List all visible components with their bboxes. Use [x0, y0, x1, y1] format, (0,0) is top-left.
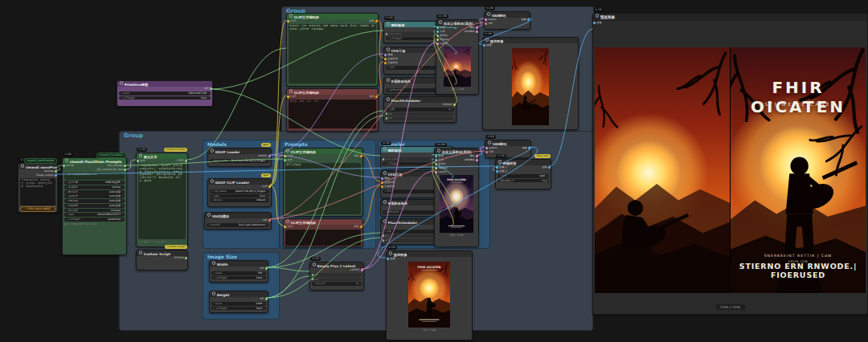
widget-0[interactable]: gguf_nameflux2-klein-8b-Q8_0_M.gguf — [210, 159, 269, 163]
input-slot-0[interactable]: CLIP — [288, 95, 296, 99]
collapse-icon[interactable] — [487, 12, 491, 16]
input-slot-0[interactable]: 图像 — [387, 257, 395, 261]
node-vaeDecodeMain[interactable]: 0.6秒VAE解码Latent图像VAE — [485, 140, 531, 158]
widget-0[interactable]: 步数4 — [386, 108, 454, 112]
output-slot-1[interactable]: full_content_for_2nd — [96, 168, 125, 172]
collapse-icon[interactable] — [139, 153, 143, 157]
output-slot-0[interactable]: INT — [260, 267, 267, 271]
output-slot-0[interactable]: 字符串 — [176, 159, 186, 163]
node-emptyLatent[interactable]: 0.1秒Empty Flux 2 LatentLATENT宽度高度批次大小1 — [309, 262, 364, 291]
output-slot-1[interactable]: image_output — [36, 173, 56, 177]
output-slot-1[interactable]: 降噪输出 — [465, 30, 477, 34]
node-nano[interactable]: 0.3秒cleandi_nanoPromptscleandi nanoPromp… — [18, 163, 58, 213]
widget-0[interactable]: 宽度 — [312, 273, 362, 277]
widget-1[interactable]: typeflux2 — [210, 194, 269, 198]
node-previewTop[interactable]: 0.1秒预览图像图像 — [482, 37, 579, 130]
collapse-icon[interactable] — [596, 14, 600, 18]
output-slot-0[interactable]: 条件 — [354, 225, 362, 229]
widget-3[interactable]: 画面比例Auto/自动 — [64, 194, 125, 198]
collapse-icon[interactable] — [65, 158, 69, 162]
input-slot-1[interactable]: 图像_2 — [497, 169, 507, 173]
node-textarea[interactable]: 夕阳吉他手海报：橙红色天空，巨大落日，枯树与山峦剪影，电影级光影质感 — [20, 178, 55, 206]
input-slot-0[interactable]: 文本 — [137, 159, 145, 163]
collapse-icon[interactable] — [383, 147, 387, 151]
widget-0[interactable]: value708420563398 — [119, 92, 211, 96]
node-previewBottom[interactable]: 0.1秒预览图像图像 FHIR OICATEN 768 x 1408 — [386, 250, 473, 340]
input-slot-1[interactable]: 文本 — [285, 158, 293, 162]
node-clipNegTop[interactable]: CLIP文本编码器CLIP条件低质量，模糊，变形，水印 — [286, 88, 379, 132]
widget-0[interactable]: clip_nameQwen3-4B-Q8_0_M.gguf — [210, 189, 269, 193]
output-slot-0[interactable]: 图像 — [521, 18, 529, 22]
node-textarea[interactable]: 海报设计，夕阳，吉他手剪影，枯树，暖色调，电影感，高对比，标题排版，颗粒质感，山… — [289, 24, 376, 83]
input-slot-0[interactable]: CLIP — [285, 225, 293, 229]
node-clipPosMain[interactable]: CLIP文本编码器CLIP条件文本数字艺术风格 — [283, 148, 363, 217]
widget-1[interactable]: 运行后操作fixed — [119, 96, 211, 100]
widget-0[interactable]: 推理引擎内置LM(推荐) — [64, 181, 125, 185]
output-slot-0[interactable]: 条件 — [369, 95, 377, 99]
output-slot-0[interactable]: VAE — [263, 218, 270, 222]
input-slot-4[interactable]: Latent — [437, 42, 448, 46]
output-slot-0[interactable]: INT — [205, 87, 211, 91]
collapse-icon[interactable] — [286, 219, 290, 223]
node-vaeLoader[interactable]: VAE加载器VAEvae名称flux2-vae.safetensors — [204, 212, 272, 230]
collapse-icon[interactable] — [211, 179, 215, 183]
output-slot-0[interactable]: INT — [260, 297, 267, 301]
node-vaeDecodeTop[interactable]: 0.6秒VAE解码Latent图像VAE — [484, 11, 530, 30]
collapse-icon[interactable] — [387, 47, 391, 51]
widget-1[interactable]: 运行后操作fixed — [211, 276, 266, 280]
widget-6[interactable]: 输出语言Chinese — [64, 209, 125, 213]
node-graph-canvas[interactable]: GroupGroupModelsPromptsSamplerImage Size… — [0, 0, 868, 342]
output-slot-0[interactable]: 图像 — [542, 165, 550, 169]
collapse-icon[interactable] — [383, 219, 387, 223]
output-slot-0[interactable]: LATENT — [350, 268, 362, 272]
node-showText[interactable]: 0.1秒Custom-Scripts展示文本文本字符串一张竖版音乐海报：黄昏时分… — [136, 153, 188, 247]
input-slot-2[interactable]: 负面条件 — [382, 185, 395, 189]
output-slot-0[interactable]: MODEL — [258, 154, 270, 158]
collapse-icon[interactable] — [212, 291, 216, 295]
collapse-icon[interactable] — [21, 164, 25, 168]
collapse-icon[interactable] — [389, 251, 393, 255]
input-slot-4[interactable]: Latent — [436, 170, 446, 174]
input-slot-0[interactable]: CLIP — [288, 19, 296, 23]
collapse-icon[interactable] — [212, 261, 216, 265]
widget-1[interactable]: 匹配图像尺寸true — [497, 179, 549, 183]
output-slot-0[interactable]: CLIP — [262, 185, 270, 189]
collapse-icon[interactable] — [207, 213, 211, 217]
output-slot-0[interactable]: 图像 — [522, 146, 530, 150]
collapse-icon[interactable] — [485, 38, 489, 42]
collapse-icon[interactable] — [120, 81, 124, 85]
node-textarea[interactable]: 数字艺术风格 — [285, 163, 361, 214]
collapse-icon[interactable] — [383, 171, 387, 175]
input-slot-2[interactable]: 负面条件 — [385, 61, 398, 65]
node-customScript[interactable]: Custom ScriptCustom ScriptSTRING — [136, 250, 188, 271]
collapse-icon[interactable] — [289, 89, 293, 93]
input-slot-1[interactable]: VAE — [486, 150, 493, 154]
node-ggufClip[interactable]: ggufGGUF CLIP LoaderCLIPclip_nameQwen3-4… — [207, 178, 272, 207]
node-textarea[interactable] — [285, 230, 361, 246]
widget-0[interactable]: vae名称flux2-vae.safetensors — [207, 223, 269, 227]
node-clipPosTop[interactable]: CLIP文本编码器CLIP条件海报设计，夕阳，吉他手剪影，枯树，暖色调，电影感，… — [286, 13, 379, 87]
node-samplerAdvTop[interactable]: 21.3秒自定义采样器(高级)噪波输出引导降噪输出采样器SigmasLatent… — [436, 19, 479, 95]
node-samplerAdvMain[interactable]: 19.8秒自定义采样器(高级)噪波输出引导降噪输出采样器SigmasLatent… — [434, 148, 479, 247]
collapse-icon[interactable] — [387, 78, 391, 82]
output-slot-1[interactable]: 降噪输出 — [465, 158, 477, 162]
widget-5[interactable]: 构图视角Auto/自动 — [64, 204, 125, 208]
widget-0[interactable]: 方向right — [497, 174, 549, 178]
collapse-icon[interactable] — [139, 250, 143, 254]
widget-1[interactable]: 生成模式normal — [64, 185, 125, 189]
widget-1[interactable]: 运行后操作fixed — [211, 307, 266, 311]
node-textarea[interactable]: 低质量，模糊，变形，水印 — [289, 100, 376, 128]
node-imgConcat[interactable]: 0.1秒Easy-Use图像拼接图像_1图像图像_2方向right匹配图像尺寸t… — [495, 159, 551, 189]
collapse-icon[interactable] — [387, 22, 391, 26]
widget-2[interactable]: 批次大小1 — [312, 282, 362, 286]
node-ggufLoader[interactable]: ggufGGUF LoaderMODELgguf_nameflux2-klein… — [207, 148, 272, 167]
output-slot-0[interactable]: 条件 — [354, 154, 362, 158]
node-clipNegMain[interactable]: CLIP文本编码器CLIP条件 — [283, 218, 363, 247]
node-textarea[interactable]: 一张夕阳吉他手概念海报 2:3 — [64, 173, 125, 180]
node-flux2klein[interactable]: 6.2秒Cleandi_Flux2Kleincleandi Flux2Klein… — [62, 157, 127, 255]
widget-2[interactable]: 最大边长Auto/自动 — [64, 190, 125, 194]
node-textarea[interactable]: 一张竖版音乐海报：黄昏时分，巨大的落日悬在山脊之上，天空由深红渐变为橙金色；吉他… — [138, 164, 186, 239]
widget-0[interactable]: value768 — [211, 271, 266, 275]
input-slot-0[interactable]: 图像 — [484, 43, 492, 47]
widget-2[interactable]: devicedefault — [210, 198, 269, 202]
